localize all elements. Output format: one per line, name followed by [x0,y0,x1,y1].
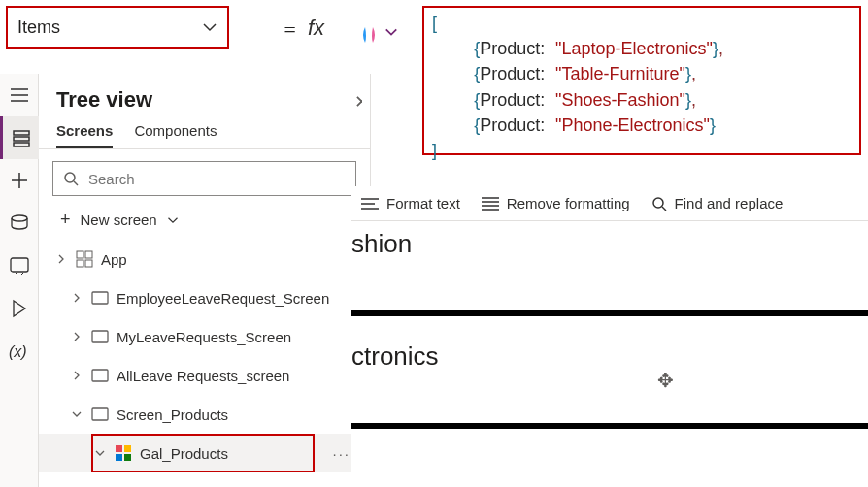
search-icon [63,171,79,186]
screen-icon [91,328,109,345]
screen-icon [91,289,109,307]
svg-text:(x): (x) [9,343,27,360]
media-icon[interactable] [0,244,39,287]
svg-rect-13 [116,445,122,452]
svg-rect-2 [11,258,28,272]
tab-screens[interactable]: Screens [56,122,113,148]
new-screen-label: New screen [81,211,157,228]
tree-node[interactable]: MyLeaveRequests_Screen [39,317,370,356]
tree-node[interactable]: AllLeave Requests_screen [39,356,370,395]
chevron-down-icon [167,214,179,226]
canvas[interactable]: Format text Remove formatting Find and r… [351,186,868,487]
left-rail: (x) [0,74,39,487]
new-screen-button[interactable]: + New screen [39,204,370,240]
svg-point-17 [653,198,663,208]
plus-icon: + [60,210,71,230]
svg-rect-11 [92,370,108,381]
tree-node-label: MyLeaveRequests_Screen [117,329,291,345]
tab-components[interactable]: Components [134,122,217,148]
format-text-label: Format text [386,195,460,211]
property-dropdown-value: Items [17,17,60,38]
search-field[interactable] [88,171,346,187]
svg-rect-12 [92,408,108,420]
tree-node[interactable]: Gal_Products··· [39,434,370,472]
svg-rect-5 [77,251,83,258]
expander-icon[interactable] [56,254,68,264]
format-text-button[interactable]: Format text [361,195,460,211]
tree-node-label: EmployeeLeaveRequest_Screen [117,290,329,307]
expander-icon[interactable] [95,448,107,458]
search-input[interactable] [52,161,356,196]
svg-rect-16 [124,454,131,461]
copilot-icon[interactable] [359,25,379,45]
plus-icon[interactable] [0,159,39,202]
property-dropdown[interactable]: Items [6,6,229,49]
find-replace-label: Find and replace [675,195,784,211]
gallery-separator [351,310,868,316]
svg-rect-10 [92,331,108,342]
screen-icon [91,406,109,423]
expander-icon[interactable] [72,371,83,380]
tree-node-label: App [101,251,127,268]
tree-node-label: Gal_Products [140,445,228,462]
chevron-down-icon [202,19,217,35]
tree-node[interactable]: EmployeeLeaveRequest_Screen [39,278,370,317]
svg-text:fx: fx [308,16,325,40]
svg-point-4 [65,173,75,182]
tree: AppEmployeeLeaveRequest_ScreenMyLeaveReq… [39,240,370,472]
svg-rect-7 [77,260,83,267]
tree-tabs: Screens Components [39,116,370,149]
data-icon[interactable] [0,202,39,244]
find-replace-button[interactable]: Find and replace [651,195,784,211]
svg-point-1 [12,215,27,221]
svg-rect-8 [85,260,92,267]
tree-node-label: Screen_Products [117,406,228,423]
formula-toolbar: Format text Remove formatting Find and r… [351,186,868,221]
expander-icon[interactable] [72,409,83,419]
screen-icon [91,367,109,384]
gallery-item-text: ctronics [351,341,439,372]
tree-view-pane: Tree view ✕ Screens Components + New scr… [39,74,371,487]
svg-rect-15 [116,454,122,461]
tree-view-title: Tree view [39,74,370,116]
tree-node[interactable]: App [39,240,370,278]
gallery-icon [115,444,132,462]
variables-icon[interactable]: (x) [0,330,39,373]
move-cursor-icon: ✥ [657,369,674,392]
hamburger-icon[interactable] [0,74,39,116]
equals-sign: = [283,17,297,43]
tree-node-label: AllLeave Requests_screen [117,368,289,384]
gallery-item-text: shion [351,229,412,259]
svg-rect-9 [92,292,108,304]
app-icon [76,250,93,268]
remove-formatting-button[interactable]: Remove formatting [482,195,630,211]
power-automate-icon[interactable] [0,287,39,330]
chevron-down-icon[interactable] [384,25,398,39]
formula-bar[interactable]: [ {Product: "Laptop-Electronics"}, {Prod… [422,6,861,155]
svg-rect-14 [124,445,131,452]
tree-view-icon[interactable] [0,116,39,159]
more-icon[interactable]: ··· [332,445,351,462]
expander-icon[interactable] [72,332,83,341]
remove-formatting-label: Remove formatting [507,195,630,211]
fx-icon[interactable]: fx [308,16,333,41]
tree-node[interactable]: Screen_Products [39,395,370,434]
svg-rect-6 [85,251,92,258]
close-icon[interactable]: ✕ [354,91,362,113]
expander-icon[interactable] [72,293,83,303]
gallery-separator [351,423,868,429]
